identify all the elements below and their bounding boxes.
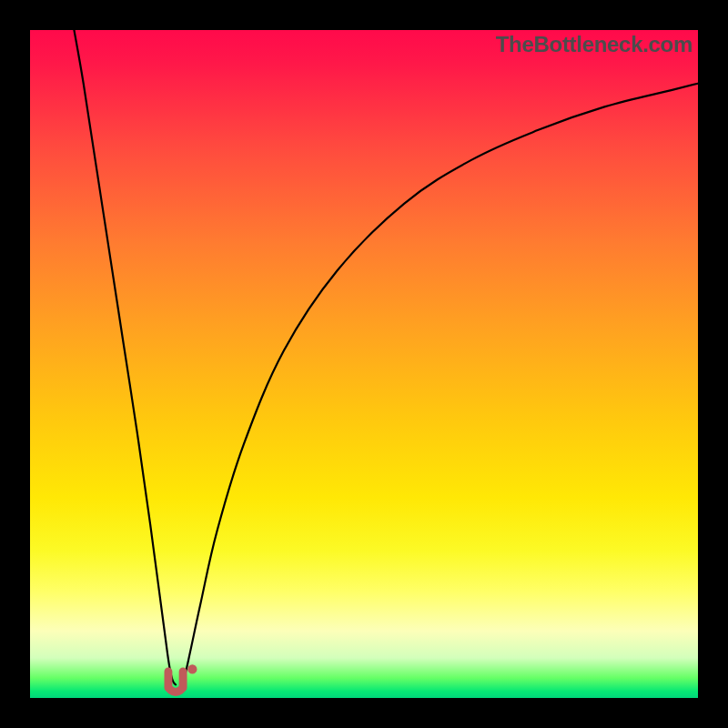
marker-dot (187, 664, 197, 673)
curve-right (181, 84, 698, 685)
chart-frame: TheBottleneck.com (0, 0, 728, 728)
curves-svg (30, 30, 698, 698)
curve-left (74, 30, 176, 684)
marker-u (168, 672, 183, 693)
plot-area: TheBottleneck.com (30, 30, 698, 698)
